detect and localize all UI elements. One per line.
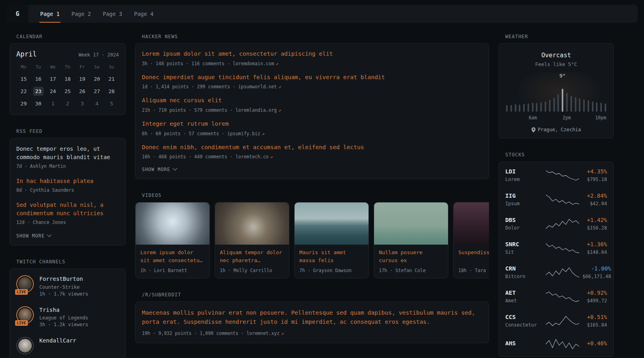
- stock-name: Ipsum: [505, 201, 543, 206]
- twitch-channel-info: KendallCarr: [39, 337, 76, 354]
- avatar-wrap: LIVE: [16, 275, 34, 293]
- stock-name: Sit: [505, 249, 543, 255]
- calendar-day-header: We: [46, 64, 60, 71]
- stock-name: Lorem: [505, 177, 543, 182]
- hn-item-meta: 21h · 710 points · 579 comments · loreml…: [142, 107, 482, 113]
- stock-row[interactable]: IIGIpsum +2.84%$42.04: [505, 193, 607, 206]
- hn-domain-link[interactable]: ipsumworld.net↗: [238, 84, 281, 90]
- stock-name: Consectetur: [505, 322, 543, 328]
- hn-domain-link[interactable]: loremdomain.com↗: [233, 61, 279, 66]
- video-card[interactable]: Suspendisse diam 18h · Tara: [453, 202, 489, 278]
- video-thumbnail: [136, 202, 209, 245]
- calendar-day: 22: [18, 87, 29, 96]
- tab-page-4[interactable]: Page 4: [128, 5, 159, 23]
- subreddit-section-title: /R/SUBREDDIT: [142, 292, 489, 298]
- video-thumbnail: [215, 202, 289, 245]
- weather-chart: 9°: [505, 72, 607, 112]
- video-body: Aliquam tempor dolor nec pharetra… 1h · …: [215, 245, 289, 278]
- twitch-section-title: TWITCH CHANNELS: [16, 259, 126, 265]
- stock-change: +4.35%: [582, 168, 607, 175]
- rss-show-more-button[interactable]: SHOW MORE: [16, 233, 51, 239]
- weather-hour-bar: [523, 104, 525, 112]
- subreddit-post-link[interactable]: Maecenas mollis pulvinar erat non posuer…: [142, 308, 482, 327]
- twitch-channel[interactable]: LIVE Trisha League of Legends 3h · 1.2k …: [16, 306, 119, 328]
- tab-page-1[interactable]: Page 1: [34, 5, 66, 23]
- calendar-day-header: Sa: [89, 64, 104, 71]
- hn-item-meta: 1d · 1,414 points · 299 comments · ipsum…: [142, 84, 482, 90]
- weather-time-label: 2pm: [563, 115, 571, 121]
- stock-sparkline: [546, 338, 579, 350]
- hn-item-link[interactable]: Donec enim nibh, condimentum et accumsan…: [142, 144, 482, 152]
- stock-row[interactable]: AHS +0.46%: [505, 338, 607, 350]
- weather-feels-like: Feels like 5°C: [505, 61, 607, 67]
- rss-widget: RSS FEED Donec tempor eros leo, ut commo…: [10, 128, 126, 245]
- calendar-day: 4: [91, 99, 102, 108]
- hn-item-link[interactable]: Aliquam nec cursus elit: [142, 97, 482, 105]
- stocks-section-title: STOCKS: [505, 152, 614, 158]
- rss-item[interactable]: Sed volutpat nulla nisl, a condimentum n…: [16, 201, 119, 226]
- calendar-day: 20: [91, 74, 102, 84]
- weather-hour-bar: [562, 89, 563, 112]
- hn-domain-link[interactable]: ipsumify.biz↗: [227, 131, 265, 136]
- twitch-channel[interactable]: LIVE ForrestBurton Counter-Strike 1h · 1…: [16, 275, 119, 297]
- hn-domain-link[interactable]: loremlandia.org↗: [235, 107, 281, 113]
- video-card[interactable]: Mauris sit amet massa felis 7h · Grayson…: [294, 202, 369, 278]
- weather-hour-bar: [566, 93, 568, 112]
- stock-sparkline: [546, 169, 579, 181]
- stock-name: Amet: [505, 298, 543, 304]
- hn-domain: loremdomain.com: [233, 61, 274, 66]
- hn-item-link[interactable]: Lorem ipsum dolor sit amet, consectetur …: [142, 50, 482, 58]
- show-more-label: SHOW MORE: [142, 167, 170, 172]
- weather-hour-bar: [549, 100, 551, 112]
- external-link-icon: ↗: [262, 131, 265, 136]
- hn-show-more-button[interactable]: SHOW MORE: [142, 167, 177, 172]
- stock-price: $795.18: [582, 177, 607, 182]
- calendar-section-title: CALENDAR: [16, 34, 126, 39]
- rss-card: Donec tempor eros leo, ut commodo mauris…: [10, 138, 126, 245]
- hn-item-link[interactable]: Integer eget rutrum lorem: [142, 120, 482, 128]
- video-card[interactable]: Lorem ipsum dolor sit amet consectetu… 1…: [135, 202, 210, 278]
- avatar-ring: [16, 337, 34, 354]
- subreddit-domain-link[interactable]: loremnet.xyz↗: [246, 331, 284, 336]
- video-body: Nullam posuere cursus ex 17h · Stefan Co…: [374, 245, 448, 278]
- external-link-icon: ↗: [270, 154, 273, 160]
- calendar-day: 30: [33, 99, 44, 108]
- stock-price: $42.04: [582, 201, 607, 206]
- calendar-day: 16: [33, 74, 44, 84]
- weather-hour-bar: [579, 98, 580, 112]
- tab-page-2[interactable]: Page 2: [66, 5, 97, 23]
- top-bar: G Page 1 Page 2 Page 3 Page 4: [6, 5, 638, 23]
- stock-row[interactable]: SNRCSit +1.36%$148.64: [505, 241, 607, 255]
- video-thumbnail: [374, 202, 448, 245]
- calendar-day-header: Th: [60, 64, 75, 71]
- video-card[interactable]: Aliquam tempor dolor nec pharetra… 1h · …: [215, 202, 289, 278]
- avatar-wrap: LIVE: [16, 306, 34, 324]
- hacker-news-card: Lorem ipsum dolor sit amet, consectetur …: [135, 43, 489, 179]
- calendar-header: April Week 17 · 2024: [16, 50, 119, 58]
- video-card[interactable]: Nullam posuere cursus ex 17h · Stefan Co…: [374, 202, 448, 278]
- stock-change: +1.36%: [582, 241, 607, 247]
- stock-price: $156.28: [582, 225, 607, 231]
- tab-page-3[interactable]: Page 3: [97, 5, 128, 23]
- hn-item-meta: 6h · 60 points · 57 comments · ipsumify.…: [142, 130, 482, 137]
- stock-row[interactable]: CRNBitcorn -1.00%$66,171.48: [505, 265, 607, 279]
- stock-price: $165.84: [582, 322, 607, 328]
- rss-item[interactable]: Donec tempor eros leo, ut commodo mauris…: [16, 145, 119, 169]
- rss-item[interactable]: In hac habitasse platea 8d · Cynthia Sau…: [16, 177, 119, 193]
- rss-item-title: Sed volutpat nulla nisl, a condimentum n…: [16, 201, 119, 218]
- hn-item-link[interactable]: Donec imperdiet augue tincidunt felis al…: [142, 74, 482, 82]
- stock-row[interactable]: DBSDolor +1.42%$156.28: [505, 217, 607, 231]
- app-logo[interactable]: G: [6, 5, 29, 23]
- hn-item: Donec imperdiet augue tincidunt felis al…: [142, 74, 482, 90]
- hn-item: Donec enim nibh, condimentum et accumsan…: [142, 144, 482, 160]
- stock-sparkline: [546, 291, 579, 303]
- show-more-label: SHOW MORE: [16, 233, 45, 239]
- weather-hour-bar: [540, 102, 542, 112]
- twitch-channel[interactable]: LIVE KendallCarr: [16, 337, 119, 354]
- hn-domain-link[interactable]: loremtech.co↗: [235, 154, 273, 160]
- rss-section-title: RSS FEED: [16, 128, 126, 134]
- stock-row[interactable]: LDILorem +4.35%$795.18: [505, 168, 607, 182]
- stock-row[interactable]: CCSConsectetur +0.51%$165.84: [505, 314, 607, 328]
- stock-row[interactable]: AETAmet +0.92%$499.72: [505, 290, 607, 304]
- right-column: WEATHER Overcast Feels like 5°C 9° 6am2p…: [499, 34, 614, 358]
